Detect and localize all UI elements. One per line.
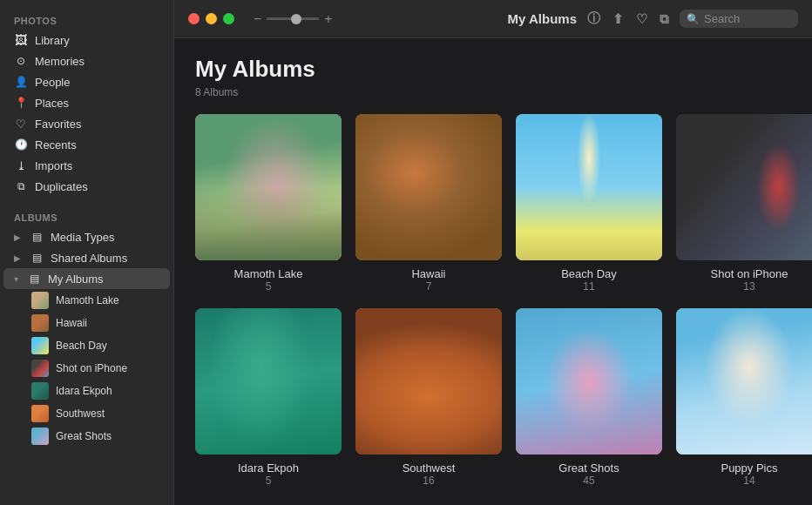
- sidebar-item-duplicates[interactable]: ⧉ Duplicates: [3, 176, 170, 197]
- people-icon: 👤: [14, 75, 28, 89]
- sidebar-sub-mamoth-lake[interactable]: Mamoth Lake: [3, 289, 170, 312]
- titlebar-left: − +: [188, 11, 333, 27]
- album-thumbnail: [195, 308, 342, 454]
- album-item-shot-on-iphone[interactable]: Shot on iPhone13: [676, 114, 812, 293]
- sidebar-sub-southwest[interactable]: Southwest: [3, 402, 170, 425]
- album-thumbnail: [676, 114, 812, 260]
- sidebar-item-label: My Albums: [48, 273, 104, 286]
- sidebar-item-label: Recents: [35, 138, 77, 152]
- page-title: My Albums: [195, 56, 791, 83]
- sidebar-sub-great-shots[interactable]: Great Shots: [3, 425, 170, 448]
- album-thumbnail: [516, 308, 662, 454]
- sidebar-item-imports[interactable]: ⤓ Imports: [3, 155, 170, 176]
- sidebar-sub-beach-day[interactable]: Beach Day: [3, 334, 170, 357]
- zoom-slider-thumb[interactable]: [291, 14, 301, 24]
- album-name: Puppy Pics: [721, 461, 777, 475]
- heart-icon[interactable]: ♡: [636, 11, 647, 27]
- album-thumbnail: [355, 308, 502, 454]
- album-item-great-shots[interactable]: Great Shots45: [516, 308, 662, 487]
- memories-icon: ⊙: [14, 54, 28, 68]
- favorites-icon: ♡: [14, 117, 28, 131]
- sidebar-item-label: Duplicates: [35, 180, 88, 193]
- sidebar-item-label: Places: [35, 97, 69, 110]
- sidebar-item-label: Imports: [35, 159, 72, 172]
- album-count: 5: [266, 475, 272, 487]
- sidebar-item-media-types[interactable]: ▶ ▤ Media Types: [3, 226, 170, 247]
- album-count: 11: [583, 280, 594, 293]
- places-icon: 📍: [14, 96, 28, 110]
- albums-grid: Mamoth Lake5Hawaii7Beach Day11Shot on iP…: [195, 114, 791, 487]
- sidebar-item-memories[interactable]: ⊙ Memories: [3, 50, 170, 71]
- album-thumbnail: [31, 428, 49, 445]
- sidebar-item-my-albums[interactable]: ▾ ▤ My Albums: [3, 268, 170, 289]
- imports-icon: ⤓: [14, 158, 28, 172]
- album-thumbnail: [516, 114, 662, 260]
- sidebar-item-label: Favorites: [35, 118, 81, 131]
- photos-section-label: Photos: [0, 7, 173, 30]
- sidebar-sub-label: Idara Ekpoh: [56, 385, 112, 397]
- album-thumbnail: [31, 382, 49, 400]
- share-icon[interactable]: ⬆: [612, 11, 624, 27]
- zoom-slider-area: − +: [254, 11, 333, 27]
- recents-icon: 🕐: [14, 138, 28, 152]
- traffic-lights: [188, 13, 234, 24]
- sidebar-sub-shot-on-iphone[interactable]: Shot on iPhone: [3, 357, 170, 380]
- album-count: 14: [743, 475, 754, 487]
- sidebar-item-library[interactable]: 🖼 Library: [3, 30, 170, 50]
- album-item-hawaii[interactable]: Hawaii7: [355, 114, 502, 293]
- sidebar-sub-hawaii[interactable]: Hawaii: [3, 312, 170, 334]
- media-types-icon: ▤: [30, 230, 44, 244]
- sidebar-item-label: Memories: [35, 55, 85, 68]
- close-button[interactable]: [188, 13, 200, 24]
- album-thumbnail: [355, 114, 502, 260]
- shared-albums-icon: ▤: [30, 251, 44, 265]
- sidebar-item-favorites[interactable]: ♡ Favorites: [3, 113, 170, 134]
- album-thumbnail: [195, 114, 342, 260]
- zoom-out-button[interactable]: −: [254, 11, 261, 27]
- sidebar-item-people[interactable]: 👤 People: [3, 71, 170, 92]
- titlebar: − + My Albums ⓘ ⬆ ♡ ⧉ 🔍: [174, 0, 812, 38]
- rotate-icon[interactable]: ⧉: [660, 11, 669, 27]
- minimize-button[interactable]: [206, 13, 217, 24]
- album-thumbnail: [31, 405, 49, 422]
- album-item-southwest[interactable]: Southwest16: [355, 308, 502, 487]
- chevron-down-icon: ▾: [14, 274, 18, 284]
- sidebar-sub-label: Southwest: [56, 407, 105, 420]
- zoom-slider-track[interactable]: [267, 17, 319, 20]
- album-count: 8 Albums: [195, 86, 791, 98]
- album-name: Southwest: [403, 461, 456, 475]
- albums-section-label: Albums: [0, 204, 173, 226]
- search-input[interactable]: [704, 12, 791, 25]
- sidebar-sub-label: Shot on iPhone: [56, 362, 127, 374]
- fullscreen-button[interactable]: [223, 13, 234, 24]
- album-count: 5: [266, 280, 272, 293]
- sidebar-item-recents[interactable]: 🕐 Recents: [3, 134, 170, 155]
- sidebar-sub-label: Hawaii: [56, 317, 87, 329]
- album-item-idara-ekpoh[interactable]: Idara Ekpoh5: [195, 308, 342, 487]
- titlebar-actions: ⓘ ⬆ ♡ ⧉: [587, 10, 669, 27]
- sidebar-sub-label: Beach Day: [56, 340, 107, 352]
- search-bar[interactable]: 🔍: [680, 10, 798, 28]
- sidebar-item-places[interactable]: 📍 Places: [3, 92, 170, 113]
- sidebar-item-label: Library: [35, 34, 70, 47]
- my-albums-icon: ▤: [27, 272, 41, 286]
- album-item-mamoth-lake[interactable]: Mamoth Lake5: [195, 114, 342, 293]
- sidebar-item-label: Shared Albums: [51, 252, 127, 265]
- album-thumbnail: [676, 308, 812, 454]
- album-count: 7: [426, 280, 432, 293]
- sidebar-sub-idara-ekpoh[interactable]: Idara Ekpoh: [3, 380, 170, 402]
- zoom-in-button[interactable]: +: [324, 11, 332, 27]
- sidebar-sub-label: Great Shots: [56, 430, 112, 442]
- chevron-right-icon: ▶: [14, 232, 21, 242]
- sidebar-item-label: People: [35, 76, 70, 89]
- duplicates-icon: ⧉: [14, 179, 28, 193]
- album-count: 13: [743, 280, 754, 293]
- album-name: Great Shots: [558, 461, 619, 475]
- info-icon[interactable]: ⓘ: [587, 10, 600, 27]
- album-name: Idara Ekpoh: [238, 461, 299, 475]
- album-thumbnail: [31, 337, 49, 354]
- sidebar-item-shared-albums[interactable]: ▶ ▤ Shared Albums: [3, 247, 170, 268]
- album-item-beach-day[interactable]: Beach Day11: [516, 114, 662, 293]
- window-title: My Albums: [508, 11, 577, 26]
- album-item-puppy-pics[interactable]: Puppy Pics14: [676, 308, 812, 487]
